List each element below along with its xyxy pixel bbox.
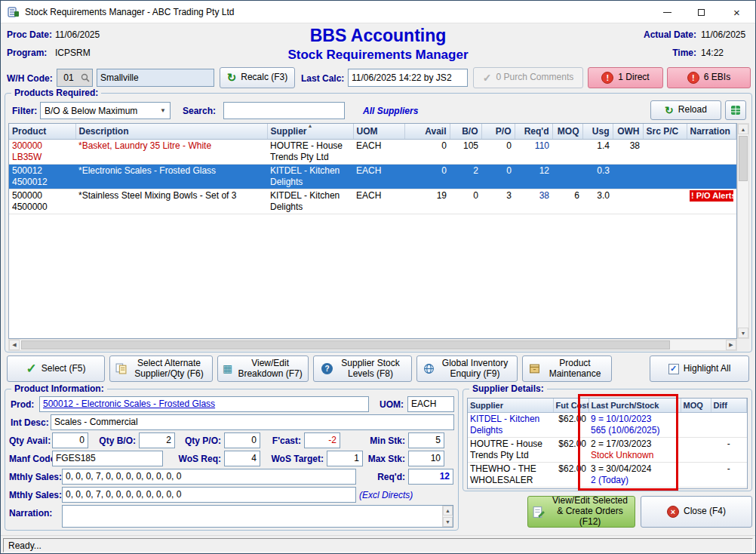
col-bo[interactable]: B/O <box>450 124 481 139</box>
vertical-scroll-thumb[interactable] <box>739 136 748 181</box>
reqd-label: Req'd: <box>373 472 405 482</box>
supplier-row[interactable]: THEWHO - THE WHOLESALER $62.00 3 = 30/04… <box>468 462 747 487</box>
col-sd-supplier[interactable]: Supplier <box>468 399 553 412</box>
export-spreadsheet-button[interactable] <box>725 100 746 120</box>
col-src-pc[interactable]: Src P/C <box>643 124 687 139</box>
product-usg: 0.3 <box>597 165 610 176</box>
product-maintenance-button[interactable]: Product Maintenance <box>522 355 612 382</box>
create-orders-button[interactable]: View/Edit Selected & Create Orders (F12) <box>527 496 635 528</box>
supplier-stock-levels-button[interactable]: ? Supplier Stock Levels (F8) <box>313 355 412 382</box>
breakdown-grid-icon: ▦ <box>223 362 232 374</box>
col-usg[interactable]: Usg <box>582 124 613 139</box>
table-row[interactable]: 300000LB35W *Basket, Laundry 35 Litre - … <box>9 139 736 164</box>
recalc-button[interactable]: ↻ Recalc (F3) <box>220 67 295 88</box>
qty-avail-value: 0 <box>79 435 85 445</box>
narration-scroll-up[interactable]: ▲ <box>443 506 453 516</box>
minimize-button[interactable] <box>650 1 684 23</box>
narration-scrollbar[interactable]: ▲ ▼ <box>442 506 453 527</box>
manf-code-field[interactable]: FGES185 <box>52 451 163 466</box>
uom-field[interactable]: EACH <box>407 396 454 412</box>
col-description[interactable]: Description <box>75 124 267 139</box>
int-desc-field[interactable]: Scales - Commercial <box>51 414 454 430</box>
scroll-up-button[interactable]: ▲ <box>738 124 748 134</box>
qty-bo-field[interactable]: 2 <box>139 432 175 448</box>
supplier-row[interactable]: HOUTRE - House Trends Pty Ltd $62.00 2 =… <box>468 437 747 462</box>
col-reqd[interactable]: Req'd <box>515 124 552 139</box>
scroll-left-button[interactable]: ◀ <box>9 340 20 350</box>
purch-comments-button[interactable]: ✓ 0 Purch Comments <box>473 67 583 88</box>
search-input[interactable] <box>223 102 345 119</box>
int-desc-value: Scales - Commercial <box>54 417 138 427</box>
col-avail[interactable]: Avail <box>404 124 450 139</box>
table-row[interactable]: 5000004500000 *Stainless Steel Mixing Bo… <box>9 189 736 214</box>
purch-comments-label: 0 Purch Comments <box>496 72 574 83</box>
product-uom: EACH <box>356 140 381 151</box>
qty-avail-field[interactable]: 0 <box>52 432 88 448</box>
col-sd-diff[interactable]: Diff <box>711 399 747 412</box>
sd-fut-cost: $62.00 <box>558 414 586 424</box>
products-table: Product Description ▲Supplier UOM Avail … <box>9 124 736 214</box>
product-code: 500012 <box>12 165 72 177</box>
horizontal-scroll-thumb[interactable] <box>21 340 670 349</box>
col-sd-last-purch[interactable]: Last Purch/Stock <box>589 399 681 412</box>
sd-diff: - <box>727 463 730 474</box>
wos-target-label: WoS Target: <box>259 454 324 464</box>
supplier-row[interactable]: KITDEL - Kitchen Delights $62.00 9 = 10/… <box>468 412 747 437</box>
prod-field[interactable]: 500012 - Electronic Scales - Frosted Gla… <box>39 396 369 412</box>
highlight-all-toggle[interactable]: ✓ Highlight All <box>650 355 749 382</box>
vertical-scrollbar[interactable]: ▲ ▼ <box>737 123 749 339</box>
col-src-pc-label: Src P/C <box>647 126 679 137</box>
scroll-right-button[interactable]: ▶ <box>726 340 736 350</box>
col-sd-moq[interactable]: MOQ <box>681 399 711 412</box>
prod-link[interactable]: 500012 - Electronic Scales - Frosted Gla… <box>43 399 215 409</box>
narration-scroll-down[interactable]: ▼ <box>443 517 453 527</box>
col-sd-fut-cost[interactable]: Fut Cost <box>553 399 589 412</box>
direct-alert-button[interactable]: ! 1 Direct <box>588 67 663 88</box>
maximize-button[interactable] <box>684 1 718 23</box>
product-code: 300000 <box>12 140 72 152</box>
table-row-selected[interactable]: 5000124500012 *Electronic Scales - Frost… <box>9 164 736 189</box>
col-sd-supplier-label: Supplier <box>470 401 503 410</box>
scroll-down-button[interactable]: ▼ <box>738 328 748 338</box>
reqd-field[interactable]: 12 <box>408 469 453 485</box>
col-product[interactable]: Product <box>9 124 75 139</box>
minimize-icon <box>663 12 671 13</box>
qty-avail-label: Qty Avail: <box>9 436 51 446</box>
col-owh[interactable]: OWH <box>613 124 643 139</box>
max-stk-field[interactable]: 10 <box>408 451 444 466</box>
close-form-button[interactable]: × Close (F4) <box>641 496 752 528</box>
wh-code-field[interactable]: 01 <box>57 69 93 87</box>
mthly-sales-field-1[interactable]: 0, 0, 0, 7, 0, 0, 0, 0, 0, 0, 0, 0 <box>62 469 356 485</box>
product-owh: 38 <box>630 140 640 151</box>
ebis-alert-button[interactable]: ! 6 EBIs <box>667 67 751 88</box>
col-narration-label: Narration <box>690 126 730 137</box>
select-button[interactable]: ✓ Select (F5) <box>7 355 105 382</box>
sd-stock: 2 (Today) <box>591 475 678 486</box>
qty-po-field[interactable]: 0 <box>224 432 260 448</box>
lookup-magnifier-icon[interactable] <box>80 72 91 83</box>
mthly-sales-field-2[interactable]: 0, 0, 0, 7, 0, 0, 0, 0, 0, 0, 0, 0 <box>62 487 356 503</box>
close-window-button[interactable]: × <box>718 1 755 23</box>
product-reqd: 110 <box>535 140 549 151</box>
narration-input[interactable]: ▲ ▼ <box>62 505 453 528</box>
excl-directs-note: (Excl Directs) <box>359 490 413 500</box>
wos-req-field[interactable]: 4 <box>224 451 260 466</box>
col-narration[interactable]: Narration <box>687 124 736 139</box>
global-inventory-button[interactable]: Global Inventory Enquiry (F9) <box>416 355 518 382</box>
view-edit-breakdown-button[interactable]: ▦ View/Edit Breakdown (F7) <box>217 355 309 382</box>
reload-button[interactable]: ↻ Reload <box>650 100 721 120</box>
direct-label: 1 Direct <box>618 72 649 83</box>
wh-name-field[interactable] <box>97 69 214 87</box>
col-supplier[interactable]: ▲Supplier <box>267 124 353 139</box>
col-uom[interactable]: UOM <box>353 124 404 139</box>
select-alternate-button[interactable]: Select Alternate Supplier/Qty (F6) <box>109 355 213 382</box>
col-po[interactable]: P/O <box>481 124 515 139</box>
highlight-all-checkbox[interactable]: ✓ <box>668 364 679 374</box>
min-stk-field[interactable]: 5 <box>408 432 444 448</box>
product-usg: 1.4 <box>597 140 610 151</box>
products-table-area: Product Description ▲Supplier UOM Avail … <box>8 123 749 351</box>
horizontal-scrollbar[interactable]: ◀ ▶ <box>8 339 737 351</box>
col-moq[interactable]: MOQ <box>552 124 582 139</box>
filter-dropdown[interactable]: B/O & Below Maximum ▼ <box>40 102 171 119</box>
recalc-label: Recalc (F3) <box>241 72 287 83</box>
